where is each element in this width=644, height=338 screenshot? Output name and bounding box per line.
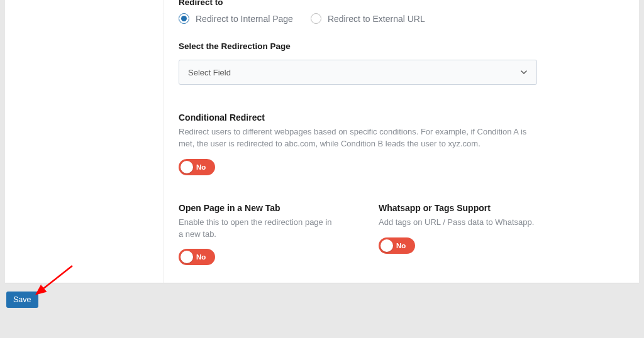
redirect-to-options: Redirect to Internal Page Redirect to Ex… — [179, 13, 624, 24]
toggle-knob — [180, 161, 193, 173]
toggle-text: No — [196, 163, 206, 171]
block-title: Whatsapp or Tags Support — [379, 203, 555, 213]
whatsapp-toggle[interactable]: No — [379, 237, 415, 254]
radio-internal-page[interactable]: Redirect to Internal Page — [179, 13, 293, 24]
toggle-knob — [180, 251, 193, 263]
radio-icon — [311, 13, 321, 24]
toggle-text: No — [396, 242, 406, 249]
content-area: Redirect to Redirect to Internal Page Re… — [164, 0, 639, 283]
block-title: Open Page in a New Tab — [179, 203, 355, 213]
save-button[interactable]: Save — [6, 292, 38, 308]
toggle-knob — [380, 239, 393, 252]
block-desc: Redirect users to different webpages bas… — [179, 126, 531, 150]
radio-label: Redirect to Internal Page — [196, 14, 293, 24]
select-value: Select Field — [188, 68, 231, 77]
new-tab-toggle[interactable]: No — [179, 249, 215, 265]
chevron-down-icon — [520, 68, 528, 76]
radio-icon — [179, 13, 189, 24]
block-desc: Add tags on URL / Pass data to Whatsapp. — [379, 217, 536, 229]
radio-label: Redirect to External URL — [328, 14, 425, 24]
conditional-redirect-toggle[interactable]: No — [179, 159, 215, 175]
whatsapp-block: Whatsapp or Tags Support Add tags on URL… — [379, 203, 555, 266]
new-tab-block: Open Page in a New Tab Enable this to op… — [179, 203, 355, 266]
redirection-page-select[interactable]: Select Field — [179, 60, 537, 85]
redirect-to-label: Redirect to — [179, 0, 624, 7]
conditional-redirect-block: Conditional Redirect Redirect users to d… — [179, 112, 624, 175]
radio-external-url[interactable]: Redirect to External URL — [311, 13, 425, 24]
toggle-text: No — [196, 253, 206, 261]
settings-panel: Redirect to Redirect to Internal Page Re… — [5, 0, 639, 283]
sidebar — [5, 0, 164, 283]
block-desc: Enable this to open the redirection page… — [179, 217, 336, 241]
block-title: Conditional Redirect — [179, 112, 624, 123]
select-page-label: Select the Redirection Page — [179, 41, 624, 51]
